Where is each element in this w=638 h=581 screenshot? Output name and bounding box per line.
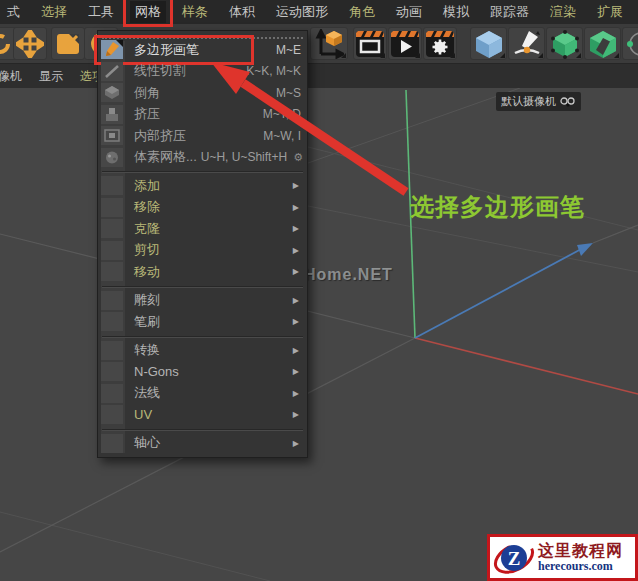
menu-item-extrude[interactable]: 挤压 M~T, D [98,104,307,126]
menu-item-line-cut[interactable]: 线性切割 K~K, M~K [98,61,307,83]
menu-item-cut[interactable]: 剪切 ▶ [98,240,307,262]
empty-tile [101,219,123,238]
flyout-corner [614,53,619,58]
extrude-icon [101,105,123,124]
submenu-arrow-icon: ▶ [293,389,299,398]
menu-item-label: 克隆 [134,220,293,238]
spline-pen-button[interactable] [508,27,545,60]
menu-item-label: N-Gons [134,364,293,379]
menu-mograph[interactable]: 运动图形 [271,1,333,23]
move-tool-button[interactable] [13,27,47,60]
site-logo: Z 这里教程网 herecours.com [487,534,638,581]
primitive-cube-button[interactable] [470,27,507,60]
menu-render[interactable]: 渲染 [545,1,581,23]
submenu-arrow-icon: ▶ [293,439,299,448]
viewport-menu-bar: 像机 显示 选项 [0,63,638,88]
empty-tile [101,262,123,281]
menu-item-add[interactable]: 添加 ▶ [98,175,307,197]
pos-z-grid-line [593,225,638,243]
menu-item-label: 体素网格... [134,148,201,166]
line-cut-icon [101,62,123,81]
menu-spline[interactable]: 样条 [177,1,213,23]
subdivision-surface-button[interactable] [546,27,583,60]
menu-item-label: 添加 [134,177,293,195]
field-button[interactable] [622,27,638,60]
toolbar [0,24,638,63]
polygon-pen-icon [101,40,123,59]
render-picture-viewer-button[interactable] [388,27,422,60]
camera-hud[interactable]: 默认摄像机 [496,92,581,111]
flyout-corner [576,53,581,58]
menu-animate[interactable]: 动画 [391,1,427,23]
move-tool-icon [16,30,44,58]
viewport-menu-camera[interactable]: 像机 [0,66,26,87]
menu-tearoff-handle[interactable] [102,32,303,39]
scale-tool-button[interactable] [51,27,85,60]
menu-select[interactable]: 选择 [36,1,72,23]
viewport-menu-display[interactable]: 显示 [35,66,67,87]
menu-item-label: 倒角 [134,84,276,102]
menu-item-sculpt[interactable]: 雕刻 ▶ [98,290,307,312]
menu-item-label: 线性切割 [134,62,246,80]
menu-item-label: 雕刻 [134,291,293,309]
menu-character[interactable]: 角色 [344,1,380,23]
empty-tile [101,312,123,331]
submenu-arrow-icon: ▶ [293,346,299,355]
menu-item-axis-center[interactable]: 轴心 ▶ [98,433,307,455]
menu-item-polygon-pen[interactable]: 多边形画笔 M~E [98,39,307,61]
menu-mode[interactable]: 式 [2,1,25,23]
x-axis-line [415,338,638,394]
submenu-arrow-icon: ▶ [293,267,299,276]
menu-extensions[interactable]: 扩展 [592,1,628,23]
empty-tile [101,198,123,217]
menu-item-normals[interactable]: 法线 ▶ [98,383,307,405]
menu-item-shortcut: M~T, D [263,107,301,121]
menu-tools[interactable]: 工具 [83,1,119,23]
deformer-button[interactable] [584,27,621,60]
subdivision-surface-icon [550,29,580,59]
menu-item-shortcut: U~H, U~Shift+H [201,150,287,164]
gear-icon[interactable]: ⚙ [293,151,303,164]
empty-tile [101,384,123,403]
menu-item-label: 多边形画笔 [134,41,276,59]
submenu-arrow-icon: ▶ [293,410,299,419]
empty-tile [101,362,123,381]
voxel-mesh-icon [101,148,123,167]
inner-extrude-icon [101,126,123,145]
viewport-3d[interactable]: 默认摄像机 www.pHome.NET 选择多边形画笔 [0,88,638,581]
submenu-arrow-icon: ▶ [293,246,299,255]
menu-item-remove[interactable]: 移除 ▶ [98,197,307,219]
flyout-corner [415,53,420,58]
render-settings-button[interactable] [423,27,457,60]
menu-item-label: UV [134,407,293,422]
empty-tile [101,341,123,360]
coordinate-system-button[interactable] [310,27,348,60]
z-axis-arrowhead [577,243,593,256]
menu-separator [98,333,307,340]
menu-item-brush[interactable]: 笔刷 ▶ [98,311,307,333]
menu-item-convert[interactable]: 转换 ▶ [98,340,307,362]
annotation-tip-text: 选择多边形画笔 [410,191,585,223]
menu-item-uv[interactable]: UV ▶ [98,404,307,426]
menu-separator [98,168,307,175]
menu-item-inner-extrude[interactable]: 内部挤压 M~W, I [98,125,307,147]
menu-separator [98,426,307,433]
menu-item-move[interactable]: 移动 ▶ [98,261,307,283]
empty-tile [101,434,123,453]
menu-item-label: 内部挤压 [134,127,263,145]
menu-item-bevel[interactable]: 倒角 M~S [98,82,307,104]
site-logo-mark: Z [492,537,536,579]
menu-item-ngons[interactable]: N-Gons ▶ [98,361,307,383]
bevel-icon [101,83,123,102]
menu-tracker[interactable]: 跟踪器 [485,1,534,23]
menu-mesh[interactable]: 网格 [130,1,166,23]
menu-simulate[interactable]: 模拟 [438,1,474,23]
render-view-button[interactable] [353,27,387,60]
menu-item-clone[interactable]: 克隆 ▶ [98,218,307,240]
menu-mesh-label: 网格 [135,4,161,19]
menu-volume[interactable]: 体积 [224,1,260,23]
empty-tile [101,291,123,310]
menu-item-voxel-mesh[interactable]: 体素网格... U~H, U~Shift+H ⚙ [98,147,307,169]
z-axis-line [415,247,585,338]
empty-tile [101,241,123,260]
